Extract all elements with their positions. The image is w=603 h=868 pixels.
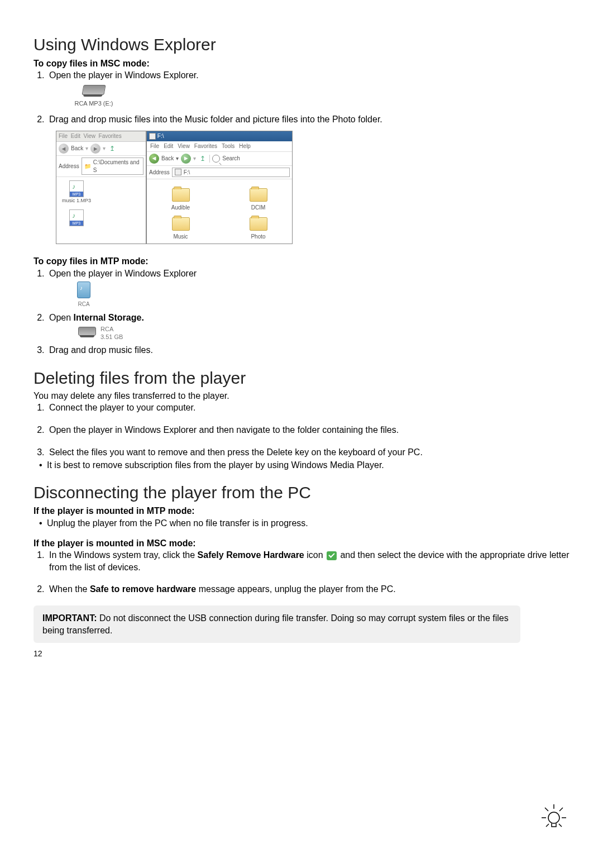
mtp-step-1: Open the player in Windows Explorer RCA — [47, 268, 570, 308]
search-label: Search — [222, 155, 240, 163]
disconnect-msc-step-2: When the Safe to remove hardware message… — [47, 583, 570, 595]
storage-drive-icon — [78, 327, 96, 336]
explorer-right-titlebar: F:\ — [147, 131, 292, 141]
up-folder-icon: ↥ — [108, 144, 117, 153]
storage-label: RCA — [100, 326, 123, 333]
folder-icon — [172, 188, 190, 202]
delete-step-3: Select the files you want to remove and … — [47, 446, 570, 459]
file-item: MP3 music 1.MP3 — [60, 180, 93, 204]
storage-size: 3.51 GB — [100, 333, 123, 341]
back-icon: ◄ — [149, 154, 159, 164]
msc-step-1: Open the player in Windows Explorer. RCA… — [47, 69, 570, 107]
delete-step-2: Open the player in Windows Explorer and … — [47, 424, 570, 436]
mp3-file-icon: MP3 — [69, 209, 84, 226]
msc1-a: In the Windows system tray, click the — [49, 550, 198, 560]
mtp-device-label: RCA — [78, 301, 89, 308]
explorer-window-player: F:\ File Edit View Favorites Tools Help … — [146, 131, 293, 244]
forward-icon: ► — [181, 154, 191, 164]
msc1-bold: Safely Remove Hardware — [198, 550, 304, 560]
folder-item: Photo — [242, 217, 275, 241]
window-title: F:\ — [157, 132, 164, 140]
drive-icon — [82, 85, 106, 95]
msc1-b: icon — [304, 550, 326, 560]
heading-disconnecting: Disconnecting the player from the PC — [34, 481, 570, 504]
up-folder-icon: ↥ — [198, 154, 207, 163]
explorer-left-menubar: File Edit View Favorites — [56, 131, 146, 142]
explorer-left-toolbar: ◄ Back ▾ ► ▾ ↥ — [56, 142, 146, 156]
explorer-right-body: Audible DCIM Music Photo — [147, 179, 292, 244]
msc-step-2: Drag and drop music files into the Music… — [47, 113, 570, 126]
important-label: IMPORTANT: — [42, 613, 97, 623]
safely-remove-hardware-icon — [327, 551, 337, 560]
internal-storage-figure: RCA 3.51 GB — [78, 326, 570, 340]
folder-icon — [250, 217, 267, 231]
address-label: Address — [59, 163, 79, 170]
msc2-a: When the — [49, 584, 90, 594]
mtp-step-2-bold: Internal Storage. — [74, 313, 144, 322]
back-label: Back — [71, 145, 83, 152]
delete-bullet: It is best to remove subscription files … — [47, 459, 570, 471]
mtp-step-3: Drag and drop music files. — [47, 344, 570, 356]
folder-item: Audible — [164, 188, 198, 212]
heading-deleting-files: Deleting files from the player — [34, 367, 570, 390]
subheading-mtp-mode: To copy files in MTP mode: — [34, 255, 570, 268]
subheading-msc-mode: To copy files in MSC mode: — [34, 58, 570, 70]
mtp-device-figure: RCA — [73, 282, 95, 308]
page-number: 12 — [34, 648, 570, 659]
folder-mini-icon: 📁 — [84, 163, 91, 170]
deleting-intro: You may delete any files transferred to … — [34, 390, 570, 402]
mtp-step-1-text: Open the player in Windows Explorer — [49, 269, 197, 278]
explorer-right-addressbar: Address F:\ — [147, 166, 292, 180]
address-label: Address — [149, 169, 170, 177]
mp3-file-icon: MP3 — [69, 180, 84, 197]
subheading-disconnect-mtp: If the player is mounted in MTP mode: — [34, 505, 570, 517]
drive-mini-icon — [149, 133, 156, 140]
search-icon — [212, 155, 220, 163]
mtp-step-2-prefix: Open — [49, 313, 74, 322]
disconnect-msc-step-1: In the Windows system tray, click the Sa… — [47, 549, 570, 573]
address-value: C:\Documents and S — [93, 159, 141, 174]
mtp-step-2: Open Internal Storage. RCA 3.51 GB — [47, 312, 570, 341]
delete-step-1: Connect the player to your computer. — [47, 402, 570, 414]
drive-figure: RCA MP3 (E:) — [71, 85, 116, 108]
back-label: Back — [161, 155, 174, 163]
folder-item: DCIM — [242, 188, 275, 212]
heading-using-windows-explorer: Using Windows Explorer — [34, 34, 570, 56]
explorer-left-addressbar: Address 📁C:\Documents and S — [56, 156, 146, 177]
important-note-box: IMPORTANT: Do not disconnect the USB con… — [34, 605, 520, 643]
important-text: Do not disconnect the USB connection dur… — [42, 613, 509, 635]
back-icon: ◄ — [59, 144, 69, 154]
explorer-right-menubar: File Edit View Favorites Tools Help — [147, 141, 292, 152]
folder-icon — [172, 217, 190, 231]
explorer-right-toolbar: ◄ Back ▾ ► ▾ ↥ Search — [147, 152, 292, 166]
explorer-figure: File Edit View Favorites ◄ Back ▾ ► ▾ ↥ … — [56, 131, 570, 244]
msc2-bold: Safe to remove hardware — [90, 584, 196, 594]
msc2-b: message appears, unplug the player from … — [196, 584, 396, 594]
forward-icon: ► — [90, 144, 100, 154]
drive-label: RCA MP3 (E:) — [74, 99, 113, 108]
folder-item: Music — [164, 217, 198, 241]
explorer-left-body: MP3 music 1.MP3 MP3 — [56, 177, 146, 235]
subheading-disconnect-msc: If the player is mounted in MSC mode: — [34, 537, 570, 550]
file-item: MP3 — [60, 209, 93, 226]
folder-icon — [250, 188, 267, 202]
explorer-window-source: File Edit View Favorites ◄ Back ▾ ► ▾ ↥ … — [56, 131, 146, 244]
msc-step-1-text: Open the player in Windows Explorer. — [49, 70, 199, 80]
drive-mini-icon — [175, 169, 181, 175]
file-name: music 1.MP3 — [62, 197, 91, 204]
address-value: F:\ — [184, 169, 190, 177]
disconnect-mtp-bullet: Unplug the player from the PC when no fi… — [47, 517, 570, 530]
mtp-device-icon — [77, 282, 90, 298]
